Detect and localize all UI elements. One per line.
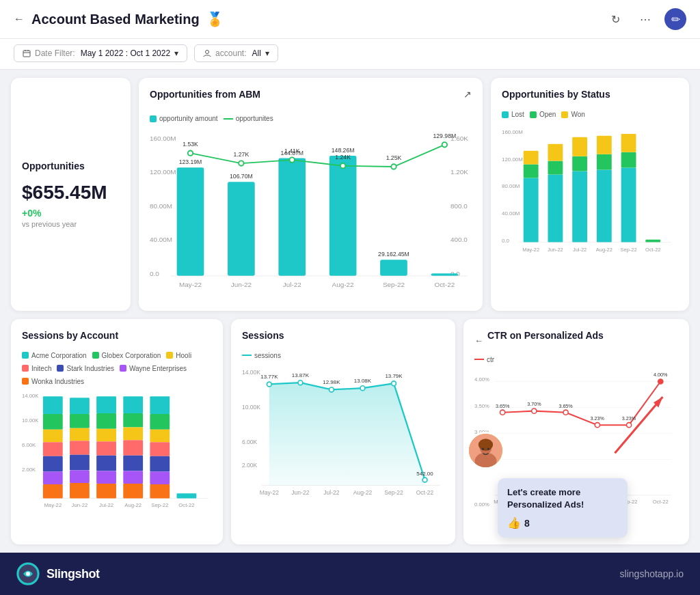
svg-rect-108 [150, 430, 170, 443]
svg-text:Jun-22: Jun-22 [291, 489, 309, 496]
legend-ctr-label: ctr [487, 356, 494, 363]
svg-point-29 [340, 163, 345, 168]
svg-rect-105 [123, 484, 143, 499]
svg-text:0.00%: 0.00% [474, 501, 489, 508]
footer-brand: Slingshot [16, 562, 100, 585]
more-button[interactable]: ⋯ [634, 8, 656, 30]
svg-rect-110 [150, 456, 170, 472]
svg-text:Aug-22: Aug-22 [353, 489, 373, 496]
account-filter-button[interactable]: account: All ▾ [194, 44, 278, 62]
legend-globex-dot [92, 352, 99, 359]
legend-lost-label: Lost [511, 111, 524, 118]
legend-sessions: sessions [242, 352, 281, 359]
svg-point-157 [595, 422, 600, 427]
legend-wayne: Wayne Enterprises [120, 365, 187, 372]
svg-point-156 [563, 410, 568, 415]
svg-text:3.65%: 3.65% [496, 402, 510, 409]
edit-button[interactable]: ✏ [664, 8, 686, 30]
dashboard-content: Opportunities $655.45M +0% vs previous y… [0, 70, 700, 553]
legend-globex-label: Globex Corporation [102, 352, 161, 359]
svg-rect-21 [329, 156, 357, 276]
refresh-button[interactable]: ↻ [604, 8, 626, 30]
top-cards-row: Opportunities $655.45M +0% vs previous y… [11, 78, 689, 311]
svg-text:13.08K: 13.08K [354, 378, 372, 384]
header-left: ← Account Based Marketing 🏅 [14, 11, 224, 27]
svg-text:Jul-22: Jul-22 [323, 489, 339, 496]
legend-initech-dot [22, 365, 29, 372]
svg-rect-25 [431, 273, 459, 276]
svg-rect-95 [96, 441, 116, 456]
svg-rect-82 [43, 456, 63, 472]
thumbs-icon: 👍 [507, 516, 521, 529]
svg-rect-0 [23, 51, 30, 57]
svg-text:160.00M: 160.00M [502, 129, 523, 135]
svg-point-178 [482, 447, 485, 450]
svg-marker-125 [269, 383, 425, 485]
svg-text:120.00M: 120.00M [502, 156, 523, 163]
date-chevron-icon: ▾ [174, 49, 178, 58]
svg-rect-89 [70, 455, 90, 471]
expand-icon[interactable]: ↗ [463, 89, 472, 100]
svg-text:Aug-22: Aug-22 [124, 502, 142, 508]
sessions-legend: sessions [242, 352, 444, 359]
legend-bar-label: opportunity amount [159, 115, 218, 122]
svg-text:14.00K: 14.00K [242, 369, 260, 376]
svg-point-176 [474, 453, 496, 469]
svg-rect-17 [228, 182, 255, 276]
date-filter-button[interactable]: Date Filter: May 1 2022 : Oct 1 2022 ▾ [14, 44, 187, 62]
svg-text:1.27K: 1.27K [234, 151, 250, 158]
svg-rect-113 [177, 493, 197, 498]
svg-rect-96 [96, 456, 116, 471]
svg-text:6.00K: 6.00K [22, 442, 36, 448]
legend-stark-label: Stark Industries [66, 365, 113, 372]
svg-point-182 [26, 572, 30, 576]
svg-text:0.0: 0.0 [150, 270, 159, 277]
popup-likes: 👍 8 [507, 516, 618, 529]
svg-rect-78 [43, 396, 63, 414]
svg-text:Aug-22: Aug-22 [596, 247, 612, 253]
opp-status-card: Opportunities by Status Lost Open Won [491, 78, 689, 311]
svg-text:Jul-22: Jul-22 [283, 281, 301, 288]
svg-rect-50 [524, 178, 539, 242]
sessions-account-svg-chart: 14.00K 10.00K 6.00K 2.00K [22, 389, 212, 512]
legend-sessions-label: sessions [254, 352, 281, 359]
page-title: Account Based Marketing [31, 12, 200, 27]
calendar-icon [23, 49, 31, 57]
svg-text:Jun-22: Jun-22 [72, 502, 88, 508]
svg-rect-90 [70, 470, 90, 483]
svg-rect-65 [645, 240, 660, 243]
date-filter-label: Date Filter: [35, 49, 75, 58]
back-button[interactable]: ← [14, 13, 25, 25]
svg-rect-94 [96, 429, 116, 442]
svg-rect-80 [43, 430, 63, 443]
svg-text:10.00K: 10.00K [22, 417, 39, 424]
svg-rect-103 [123, 456, 143, 471]
svg-text:14.00K: 14.00K [22, 393, 39, 399]
svg-text:120.00M: 120.00M [150, 168, 176, 176]
legend-won-dot [561, 111, 568, 118]
svg-point-128 [329, 387, 334, 392]
popup-overlay: Let's create more Personalized Ads! 👍 8 [498, 478, 628, 538]
legend-open-dot [530, 111, 537, 118]
abm-legend: opportunity amount opportunites [150, 115, 472, 122]
legend-won: Won [561, 111, 584, 118]
legend-hooli: Hooli [166, 352, 191, 359]
svg-point-27 [239, 161, 243, 165]
svg-text:13.79K: 13.79K [385, 373, 403, 379]
svg-text:1.41K: 1.41K [284, 148, 300, 154]
svg-rect-59 [597, 169, 612, 242]
legend-wonka-dot [22, 378, 29, 385]
svg-point-130 [392, 381, 396, 386]
app-header: ← Account Based Marketing 🏅 ↻ ⋯ ✏ [0, 0, 700, 39]
svg-rect-19 [278, 158, 306, 276]
svg-text:542.00: 542.00 [416, 471, 433, 477]
svg-text:Sep-22: Sep-22 [151, 502, 168, 508]
abm-svg-chart: 160.00M 120.00M 80.00M 40.00M 0.0 1.60K … [150, 128, 472, 297]
legend-wonka: Wonka Industries [22, 378, 84, 385]
legend-line-label: opportunites [236, 115, 273, 122]
svg-rect-58 [572, 137, 587, 156]
svg-text:80.00M: 80.00M [150, 202, 172, 210]
svg-rect-111 [150, 471, 170, 484]
svg-text:Aug-22: Aug-22 [332, 281, 354, 288]
opp-status-title: Opportunities by Status [502, 89, 678, 100]
